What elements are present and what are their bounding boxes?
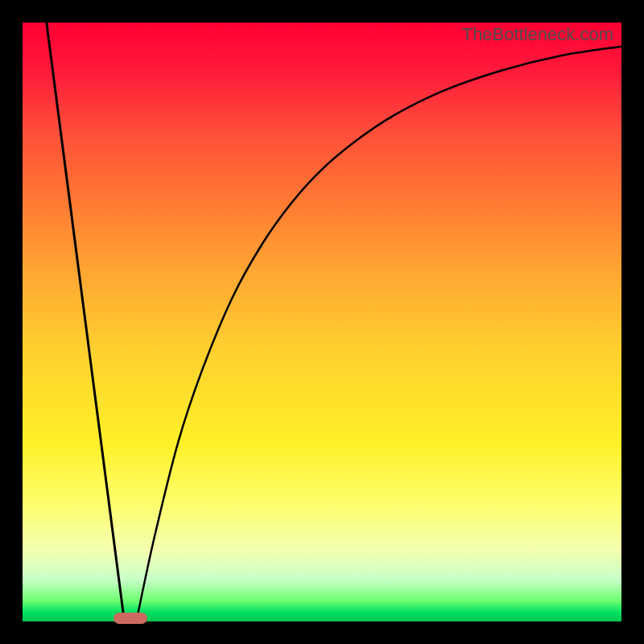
right-branch-line xyxy=(136,47,621,621)
curve-overlay xyxy=(23,23,621,621)
bottleneck-marker xyxy=(114,613,147,624)
plot-area: TheBottleneck.com xyxy=(23,23,621,621)
chart-frame: TheBottleneck.com xyxy=(0,0,644,644)
left-branch-line xyxy=(47,23,125,621)
